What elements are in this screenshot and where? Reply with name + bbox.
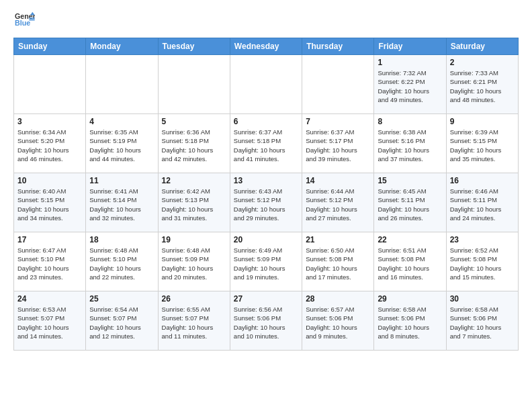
calendar-week-row: 3Sunrise: 6:34 AM Sunset: 5:20 PM Daylig… xyxy=(14,114,519,173)
day-number: 17 xyxy=(17,235,82,244)
calendar-cell: 12Sunrise: 6:42 AM Sunset: 5:13 PM Dayli… xyxy=(158,173,230,232)
day-info: Sunrise: 6:40 AM Sunset: 5:15 PM Dayligh… xyxy=(17,187,82,222)
day-info: Sunrise: 6:35 AM Sunset: 5:19 PM Dayligh… xyxy=(89,128,154,163)
day-number: 19 xyxy=(162,235,226,244)
calendar-cell: 3Sunrise: 6:34 AM Sunset: 5:20 PM Daylig… xyxy=(14,114,86,173)
day-number: 1 xyxy=(378,58,442,67)
day-number: 2 xyxy=(450,58,515,67)
day-number: 14 xyxy=(306,176,370,185)
page: General Blue SundayMondayTuesdayWednesda… xyxy=(0,0,532,357)
day-info: Sunrise: 6:37 AM Sunset: 5:18 PM Dayligh… xyxy=(234,128,298,163)
day-of-week-header: Thursday xyxy=(302,38,374,55)
calendar-cell: 5Sunrise: 6:36 AM Sunset: 5:18 PM Daylig… xyxy=(158,114,230,173)
day-of-week-header: Tuesday xyxy=(158,38,230,55)
day-of-week-header: Friday xyxy=(374,38,446,55)
calendar-cell: 28Sunrise: 6:57 AM Sunset: 5:06 PM Dayli… xyxy=(302,291,374,351)
day-info: Sunrise: 7:32 AM Sunset: 6:22 PM Dayligh… xyxy=(378,68,442,104)
calendar-cell xyxy=(158,55,230,114)
calendar-cell: 2Sunrise: 7:33 AM Sunset: 6:21 PM Daylig… xyxy=(446,55,518,114)
day-info: Sunrise: 6:34 AM Sunset: 5:20 PM Dayligh… xyxy=(17,128,82,163)
day-info: Sunrise: 6:55 AM Sunset: 5:07 PM Dayligh… xyxy=(162,305,226,340)
calendar-cell xyxy=(230,55,302,114)
day-info: Sunrise: 6:58 AM Sunset: 5:06 PM Dayligh… xyxy=(450,305,515,340)
calendar-cell: 13Sunrise: 6:43 AM Sunset: 5:12 PM Dayli… xyxy=(230,173,302,232)
calendar-cell: 30Sunrise: 6:58 AM Sunset: 5:06 PM Dayli… xyxy=(446,291,518,351)
calendar-cell: 26Sunrise: 6:55 AM Sunset: 5:07 PM Dayli… xyxy=(158,291,230,351)
header: General Blue xyxy=(13,11,519,30)
day-info: Sunrise: 6:48 AM Sunset: 5:09 PM Dayligh… xyxy=(162,246,226,281)
day-number: 10 xyxy=(17,176,82,185)
day-info: Sunrise: 7:33 AM Sunset: 6:21 PM Dayligh… xyxy=(450,68,515,104)
day-number: 15 xyxy=(378,176,442,185)
calendar-cell: 19Sunrise: 6:48 AM Sunset: 5:09 PM Dayli… xyxy=(158,232,230,291)
calendar-cell: 29Sunrise: 6:58 AM Sunset: 5:06 PM Dayli… xyxy=(374,291,446,351)
day-info: Sunrise: 6:50 AM Sunset: 5:08 PM Dayligh… xyxy=(306,246,370,281)
calendar-cell: 17Sunrise: 6:47 AM Sunset: 5:10 PM Dayli… xyxy=(14,232,86,291)
calendar-cell xyxy=(14,55,86,114)
calendar-cell: 4Sunrise: 6:35 AM Sunset: 5:19 PM Daylig… xyxy=(86,114,158,173)
day-number: 27 xyxy=(234,294,298,304)
day-info: Sunrise: 6:45 AM Sunset: 5:11 PM Dayligh… xyxy=(378,187,442,222)
day-number: 4 xyxy=(89,117,154,126)
day-number: 18 xyxy=(89,235,154,244)
day-number: 20 xyxy=(234,235,298,244)
day-info: Sunrise: 6:54 AM Sunset: 5:07 PM Dayligh… xyxy=(89,305,154,340)
day-number: 22 xyxy=(378,235,442,244)
calendar-cell: 18Sunrise: 6:48 AM Sunset: 5:10 PM Dayli… xyxy=(86,232,158,291)
day-info: Sunrise: 6:44 AM Sunset: 5:12 PM Dayligh… xyxy=(306,187,370,222)
day-number: 26 xyxy=(162,294,226,304)
svg-marker-3 xyxy=(29,17,34,21)
calendar-cell: 7Sunrise: 6:37 AM Sunset: 5:17 PM Daylig… xyxy=(302,114,374,173)
calendar-cell xyxy=(86,55,158,114)
calendar-cell: 23Sunrise: 6:52 AM Sunset: 5:08 PM Dayli… xyxy=(446,232,518,291)
calendar-table: SundayMondayTuesdayWednesdayThursdayFrid… xyxy=(13,38,519,351)
day-number: 5 xyxy=(162,117,226,126)
day-number: 25 xyxy=(89,294,154,304)
calendar-cell: 24Sunrise: 6:53 AM Sunset: 5:07 PM Dayli… xyxy=(14,291,86,351)
calendar-cell: 9Sunrise: 6:39 AM Sunset: 5:15 PM Daylig… xyxy=(446,114,518,173)
calendar-cell xyxy=(302,55,374,114)
day-info: Sunrise: 6:51 AM Sunset: 5:08 PM Dayligh… xyxy=(378,246,442,281)
day-info: Sunrise: 6:56 AM Sunset: 5:06 PM Dayligh… xyxy=(234,305,298,340)
calendar-week-row: 17Sunrise: 6:47 AM Sunset: 5:10 PM Dayli… xyxy=(14,232,519,291)
calendar-week-row: 10Sunrise: 6:40 AM Sunset: 5:15 PM Dayli… xyxy=(14,173,519,232)
day-info: Sunrise: 6:49 AM Sunset: 5:09 PM Dayligh… xyxy=(234,246,298,281)
calendar-cell: 21Sunrise: 6:50 AM Sunset: 5:08 PM Dayli… xyxy=(302,232,374,291)
day-info: Sunrise: 6:46 AM Sunset: 5:11 PM Dayligh… xyxy=(450,187,515,222)
svg-text:Blue: Blue xyxy=(15,19,30,27)
day-info: Sunrise: 6:57 AM Sunset: 5:06 PM Dayligh… xyxy=(306,305,370,340)
day-number: 8 xyxy=(378,117,442,126)
day-info: Sunrise: 6:38 AM Sunset: 5:16 PM Dayligh… xyxy=(378,128,442,163)
day-info: Sunrise: 6:41 AM Sunset: 5:14 PM Dayligh… xyxy=(89,187,154,222)
calendar-cell: 15Sunrise: 6:45 AM Sunset: 5:11 PM Dayli… xyxy=(374,173,446,232)
day-info: Sunrise: 6:58 AM Sunset: 5:06 PM Dayligh… xyxy=(378,305,442,340)
day-number: 28 xyxy=(306,294,370,304)
calendar-cell: 16Sunrise: 6:46 AM Sunset: 5:11 PM Dayli… xyxy=(446,173,518,232)
day-number: 21 xyxy=(306,235,370,244)
logo: General Blue xyxy=(13,11,35,30)
day-info: Sunrise: 6:52 AM Sunset: 5:08 PM Dayligh… xyxy=(450,246,515,281)
day-info: Sunrise: 6:39 AM Sunset: 5:15 PM Dayligh… xyxy=(450,128,515,163)
calendar-week-row: 1Sunrise: 7:32 AM Sunset: 6:22 PM Daylig… xyxy=(14,55,519,114)
day-of-week-header: Wednesday xyxy=(230,38,302,55)
day-number: 3 xyxy=(17,117,82,126)
day-number: 16 xyxy=(450,176,515,185)
logo-icon: General Blue xyxy=(13,11,35,30)
day-number: 9 xyxy=(450,117,515,126)
day-info: Sunrise: 6:48 AM Sunset: 5:10 PM Dayligh… xyxy=(89,246,154,281)
calendar-cell: 25Sunrise: 6:54 AM Sunset: 5:07 PM Dayli… xyxy=(86,291,158,351)
day-number: 23 xyxy=(450,235,515,244)
calendar-cell: 20Sunrise: 6:49 AM Sunset: 5:09 PM Dayli… xyxy=(230,232,302,291)
day-number: 12 xyxy=(162,176,226,185)
calendar-week-row: 24Sunrise: 6:53 AM Sunset: 5:07 PM Dayli… xyxy=(14,291,519,351)
day-number: 30 xyxy=(450,294,515,304)
calendar-cell: 14Sunrise: 6:44 AM Sunset: 5:12 PM Dayli… xyxy=(302,173,374,232)
day-number: 24 xyxy=(17,294,82,304)
day-number: 6 xyxy=(234,117,298,126)
calendar-cell: 27Sunrise: 6:56 AM Sunset: 5:06 PM Dayli… xyxy=(230,291,302,351)
day-info: Sunrise: 6:53 AM Sunset: 5:07 PM Dayligh… xyxy=(17,305,82,340)
day-info: Sunrise: 6:37 AM Sunset: 5:17 PM Dayligh… xyxy=(306,128,370,163)
calendar-cell: 22Sunrise: 6:51 AM Sunset: 5:08 PM Dayli… xyxy=(374,232,446,291)
day-info: Sunrise: 6:43 AM Sunset: 5:12 PM Dayligh… xyxy=(234,187,298,222)
day-number: 29 xyxy=(378,294,442,304)
